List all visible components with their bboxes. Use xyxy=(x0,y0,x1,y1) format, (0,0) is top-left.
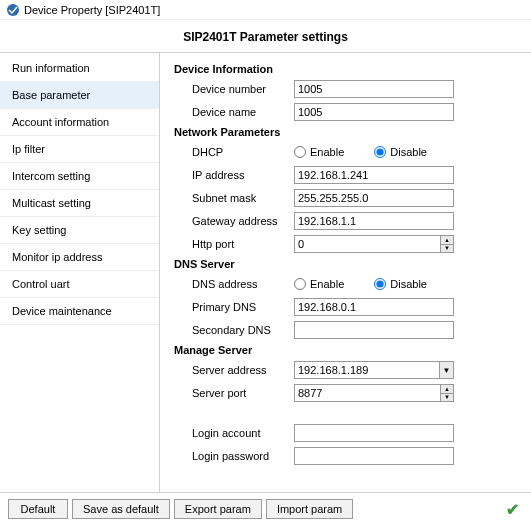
label-primary-dns: Primary DNS xyxy=(174,301,294,313)
label-login-password: Login password xyxy=(174,450,294,462)
app-icon xyxy=(6,3,20,17)
section-network-parameters: Network Parameters xyxy=(174,126,521,138)
sidebar-item-monitor-ip-address[interactable]: Monitor ip address xyxy=(0,244,159,271)
radio-dns-enable[interactable]: Enable xyxy=(294,278,344,290)
section-dns-server: DNS Server xyxy=(174,258,521,270)
section-device-information: Device Information xyxy=(174,63,521,75)
sidebar-item-label: Intercom setting xyxy=(12,170,90,182)
sidebar-item-device-maintenance[interactable]: Device maintenance xyxy=(0,298,159,325)
spinner-server-port[interactable]: ▲ ▼ xyxy=(294,384,454,402)
footer-bar: Default Save as default Export param Imp… xyxy=(0,492,531,525)
radio-label: Enable xyxy=(310,146,344,158)
input-server-address[interactable] xyxy=(294,361,439,379)
radio-dhcp-enable[interactable]: Enable xyxy=(294,146,344,158)
main-area: Run information Base parameter Account i… xyxy=(0,52,531,492)
sidebar-item-label: Key setting xyxy=(12,224,66,236)
page-title: SIP2401T Parameter settings xyxy=(0,20,531,52)
label-subnet-mask: Subnet mask xyxy=(174,192,294,204)
label-secondary-dns: Secondary DNS xyxy=(174,324,294,336)
save-as-default-button[interactable]: Save as default xyxy=(72,499,170,519)
title-bar: Device Property [SIP2401T] xyxy=(0,0,531,20)
radio-label: Enable xyxy=(310,278,344,290)
input-gateway[interactable] xyxy=(294,212,454,230)
sidebar-item-multicast-setting[interactable]: Multicast setting xyxy=(0,190,159,217)
check-icon: ✔ xyxy=(506,500,523,519)
sidebar-item-label: Base parameter xyxy=(12,89,90,101)
import-param-button[interactable]: Import param xyxy=(266,499,353,519)
label-ip-address: IP address xyxy=(174,169,294,181)
sidebar-item-label: Run information xyxy=(12,62,90,74)
radio-group-dns: Enable Disable xyxy=(294,278,427,290)
content-panel: Device Information Device number Device … xyxy=(160,53,531,492)
input-subnet-mask[interactable] xyxy=(294,189,454,207)
input-login-password[interactable] xyxy=(294,447,454,465)
radio-dns-disable[interactable]: Disable xyxy=(374,278,427,290)
label-http-port: Http port xyxy=(174,238,294,250)
radio-label: Disable xyxy=(390,278,427,290)
label-dhcp: DHCP xyxy=(174,146,294,158)
sidebar-item-intercom-setting[interactable]: Intercom setting xyxy=(0,163,159,190)
sidebar: Run information Base parameter Account i… xyxy=(0,53,160,492)
sidebar-item-label: Account information xyxy=(12,116,109,128)
chevron-down-icon[interactable]: ▼ xyxy=(439,361,454,379)
svg-point-0 xyxy=(7,4,19,16)
sidebar-item-label: Multicast setting xyxy=(12,197,91,209)
label-server-port: Server port xyxy=(174,387,294,399)
label-device-number: Device number xyxy=(174,83,294,95)
spinner-http-port[interactable]: ▲ ▼ xyxy=(294,235,454,253)
input-http-port[interactable] xyxy=(294,235,440,253)
sidebar-item-control-uart[interactable]: Control uart xyxy=(0,271,159,298)
chevron-up-icon[interactable]: ▲ xyxy=(441,385,453,394)
radio-dhcp-disable[interactable]: Disable xyxy=(374,146,427,158)
radio-group-dhcp: Enable Disable xyxy=(294,146,427,158)
sidebar-item-base-parameter[interactable]: Base parameter xyxy=(0,82,159,109)
sidebar-item-run-information[interactable]: Run information xyxy=(0,55,159,82)
sidebar-item-account-information[interactable]: Account information xyxy=(0,109,159,136)
sidebar-item-label: Device maintenance xyxy=(12,305,112,317)
chevron-down-icon[interactable]: ▼ xyxy=(441,245,453,253)
input-device-name[interactable] xyxy=(294,103,454,121)
label-dns-address: DNS address xyxy=(174,278,294,290)
label-device-name: Device name xyxy=(174,106,294,118)
label-login-account: Login account xyxy=(174,427,294,439)
sidebar-item-label: Monitor ip address xyxy=(12,251,103,263)
input-device-number[interactable] xyxy=(294,80,454,98)
combo-server-address[interactable]: ▼ xyxy=(294,361,454,379)
default-button[interactable]: Default xyxy=(8,499,68,519)
input-secondary-dns[interactable] xyxy=(294,321,454,339)
sidebar-item-key-setting[interactable]: Key setting xyxy=(0,217,159,244)
input-primary-dns[interactable] xyxy=(294,298,454,316)
input-login-account[interactable] xyxy=(294,424,454,442)
input-server-port[interactable] xyxy=(294,384,440,402)
input-ip-address[interactable] xyxy=(294,166,454,184)
sidebar-item-ip-filter[interactable]: Ip filter xyxy=(0,136,159,163)
chevron-down-icon[interactable]: ▼ xyxy=(441,394,453,402)
section-manage-server: Manage Server xyxy=(174,344,521,356)
sidebar-item-label: Ip filter xyxy=(12,143,45,155)
chevron-up-icon[interactable]: ▲ xyxy=(441,236,453,245)
sidebar-item-label: Control uart xyxy=(12,278,69,290)
label-gateway: Gateway address xyxy=(174,215,294,227)
label-server-address: Server address xyxy=(174,364,294,376)
radio-label: Disable xyxy=(390,146,427,158)
window-title: Device Property [SIP2401T] xyxy=(24,4,160,16)
export-param-button[interactable]: Export param xyxy=(174,499,262,519)
